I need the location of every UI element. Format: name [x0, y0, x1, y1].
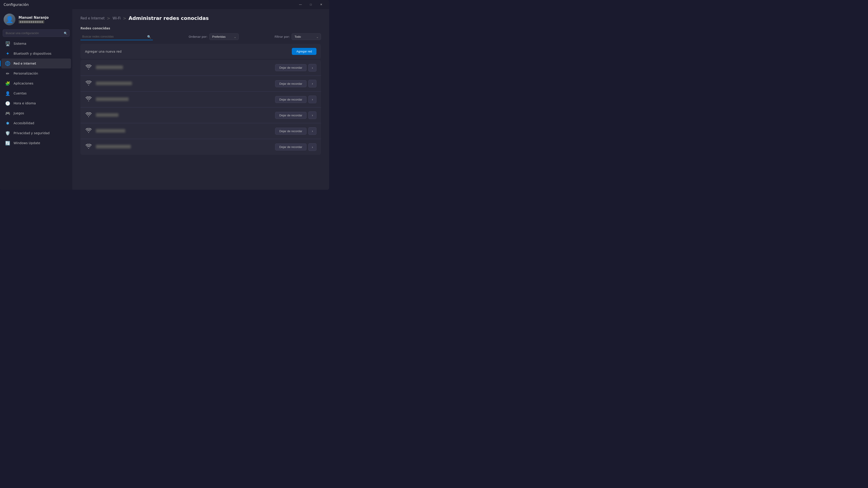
title-bar-left: Configuración	[4, 2, 29, 7]
filter-select-wrapper: Todo	[291, 33, 321, 40]
user-info: Manuel Naranjo ●●●●●●●●●●●	[19, 15, 49, 24]
wifi-icon-4	[85, 112, 92, 119]
network-actions-1: Dejar de recordar ›	[275, 64, 316, 72]
title-bar-title: Configuración	[4, 2, 29, 7]
forget-button-3[interactable]: Dejar de recordar	[275, 96, 307, 103]
networks-search-input[interactable]	[81, 33, 153, 40]
network-row-3: Dejar de recordar ›	[81, 92, 321, 107]
maximize-button[interactable]: □	[306, 0, 316, 9]
chevron-button-2[interactable]: ›	[308, 80, 316, 88]
breadcrumb-part2[interactable]: Wi-Fi	[113, 16, 121, 20]
sort-group: Ordenar por: Preferidas	[189, 33, 239, 40]
sidebar-item-sistema[interactable]: 🖥️ Sistema	[1, 39, 71, 48]
update-icon: 🔄	[5, 140, 10, 146]
add-network-label: Agregar una nueva red	[85, 50, 122, 53]
accesibilidad-icon: ✱	[5, 121, 10, 126]
sidebar-item-label-privacidad: Privacidad y seguridad	[13, 131, 50, 135]
settings-window: Configuración — □ ✕ Manuel Naranjo ●●●●●…	[0, 0, 329, 190]
forget-button-2[interactable]: Dejar de recordar	[275, 80, 307, 87]
forget-button-5[interactable]: Dejar de recordar	[275, 128, 307, 135]
network-actions-6: Dejar de recordar ›	[275, 143, 316, 151]
user-name: Manuel Naranjo	[19, 15, 49, 20]
networks-search-icon: 🔍	[147, 35, 151, 39]
sidebar-item-hora[interactable]: 🕐 Hora e idioma	[1, 98, 71, 108]
sidebar-item-label-hora: Hora e idioma	[13, 101, 36, 105]
chevron-button-4[interactable]: ›	[308, 111, 316, 119]
close-button[interactable]: ✕	[316, 0, 327, 9]
chevron-button-3[interactable]: ›	[308, 96, 316, 103]
bluetooth-icon: ✦	[5, 51, 10, 56]
sidebar-item-red[interactable]: Red e Internet	[1, 59, 71, 68]
wifi-icon-6	[85, 144, 92, 150]
sidebar-item-privacidad[interactable]: 🛡️ Privacidad y seguridad	[1, 128, 71, 138]
wifi-icon-5	[85, 128, 92, 134]
network-name-blur-5	[96, 129, 125, 133]
wifi-icon-3	[85, 96, 92, 103]
chevron-button-5[interactable]: ›	[308, 127, 316, 135]
minimize-button[interactable]: —	[295, 0, 306, 9]
sidebar-search-input[interactable]	[3, 29, 70, 37]
user-profile[interactable]: Manuel Naranjo ●●●●●●●●●●●	[0, 9, 72, 29]
network-row-2: Dejar de recordar ›	[81, 76, 321, 92]
filter-select[interactable]: Todo	[291, 33, 321, 40]
networks-search-container: 🔍	[81, 33, 153, 40]
search-filter-row: 🔍 Ordenar por: Preferidas Filtrar por: T…	[81, 33, 321, 40]
sidebar-item-label-accesibilidad: Accesibilidad	[13, 121, 34, 125]
network-name-blur-6	[96, 145, 131, 149]
network-row-1: Dejar de recordar ›	[81, 60, 321, 76]
sidebar-item-juegos[interactable]: 🎮 Juegos	[1, 108, 71, 118]
sidebar-item-label-update: Windows Update	[13, 141, 40, 145]
networks-container: Dejar de recordar ›	[81, 60, 321, 155]
sidebar-item-label-sistema: Sistema	[13, 42, 26, 45]
sort-select[interactable]: Preferidas	[209, 33, 239, 40]
add-network-row: Agregar una nueva red Agregar red	[81, 44, 321, 59]
nav-list: 🖥️ Sistema ✦ Bluetooth y dispositivos	[0, 39, 72, 148]
network-name-blur-2	[96, 82, 132, 85]
forget-button-4[interactable]: Dejar de recordar	[275, 112, 307, 119]
personalizacion-icon: ✏️	[5, 71, 10, 76]
wifi-icon-1	[85, 65, 92, 71]
sidebar-item-cuentas[interactable]: 👤 Cuentas	[1, 88, 71, 98]
chevron-button-1[interactable]: ›	[308, 64, 316, 72]
title-bar-controls: — □ ✕	[295, 0, 327, 9]
sidebar-item-update[interactable]: 🔄 Windows Update	[1, 138, 71, 148]
sidebar-item-accesibilidad[interactable]: ✱ Accesibilidad	[1, 118, 71, 128]
sidebar-item-label-red: Red e Internet	[13, 62, 36, 65]
hora-icon: 🕐	[5, 101, 10, 106]
network-actions-4: Dejar de recordar ›	[275, 111, 316, 119]
add-network-button[interactable]: Agregar red	[292, 48, 316, 55]
sidebar-item-label-bluetooth: Bluetooth y dispositivos	[13, 52, 51, 55]
forget-button-6[interactable]: Dejar de recordar	[275, 143, 307, 151]
sidebar-item-bluetooth[interactable]: ✦ Bluetooth y dispositivos	[1, 48, 71, 59]
cuentas-icon: 👤	[5, 91, 10, 96]
sidebar-item-personalizacion[interactable]: ✏️ Personalización	[1, 68, 71, 78]
main-content: Manuel Naranjo ●●●●●●●●●●● 🔍 🖥️ Sistema …	[0, 9, 329, 190]
svg-point-0	[5, 61, 10, 66]
breadcrumb-current: Administrar redes conocidas	[129, 15, 209, 21]
juegos-icon: 🎮	[5, 110, 10, 116]
network-name-blur-3	[96, 97, 129, 101]
breadcrumb-sep2: >	[123, 16, 126, 21]
chevron-button-6[interactable]: ›	[308, 143, 316, 151]
network-actions-2: Dejar de recordar ›	[275, 80, 316, 88]
network-actions-5: Dejar de recordar ›	[275, 127, 316, 135]
sidebar-item-aplicaciones[interactable]: 🧩 Aplicaciones	[1, 78, 71, 88]
user-email: ●●●●●●●●●●●	[19, 20, 44, 24]
sidebar-search-icon: 🔍	[64, 31, 67, 35]
sidebar-item-label-aplicaciones: Aplicaciones	[13, 82, 33, 85]
breadcrumb-sep1: >	[107, 16, 110, 21]
forget-button-1[interactable]: Dejar de recordar	[275, 64, 307, 71]
sistema-icon: 🖥️	[5, 41, 10, 46]
filter-group: Filtrar por: Todo	[275, 33, 321, 40]
section-title: Redes conocidas	[81, 26, 321, 30]
sidebar: Manuel Naranjo ●●●●●●●●●●● 🔍 🖥️ Sistema …	[0, 9, 72, 190]
red-icon	[5, 61, 10, 66]
sidebar-item-label-juegos: Juegos	[13, 111, 24, 115]
avatar	[4, 13, 16, 25]
network-name-4	[96, 113, 275, 118]
privacidad-icon: 🛡️	[5, 130, 10, 136]
network-row-5: Dejar de recordar ›	[81, 123, 321, 139]
title-bar: Configuración — □ ✕	[0, 0, 329, 9]
avatar-image	[4, 13, 16, 25]
breadcrumb-part1[interactable]: Red e Internet	[81, 16, 105, 20]
